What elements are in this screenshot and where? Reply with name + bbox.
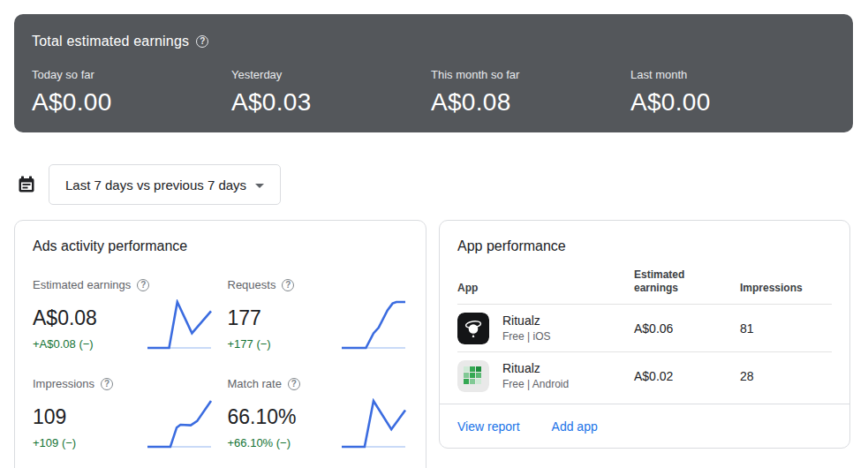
metric-delta: +A$0.08 (−) (33, 337, 97, 351)
table-row-ritualz-android[interactable]: Ritualz Free | Android A$0.02 28 (440, 352, 849, 399)
ritualz-ios-app-icon (457, 313, 489, 344)
metric-label: Match rate (228, 377, 282, 390)
earnings-label: Last month (630, 68, 830, 81)
sparkline-impressions (145, 398, 214, 449)
chevron-down-icon (255, 184, 264, 188)
app-performance-title: App performance (440, 221, 849, 254)
ads-activity-card: Ads activity performance Estimated earni… (14, 220, 426, 468)
earnings-col-today: Today so far A$0.00 (32, 68, 231, 117)
earnings-col-yesterday: Yesterday A$0.03 (231, 68, 431, 117)
earnings-label: Today so far (32, 68, 231, 81)
ritualz-android-app-icon (457, 360, 489, 392)
earnings-value: A$0.00 (630, 88, 830, 117)
column-header-estimated-earnings: Estimated earnings (634, 268, 696, 295)
app-platform: Free | Android (502, 378, 569, 390)
calendar-icon (16, 174, 37, 195)
earnings-value: A$0.00 (32, 88, 231, 117)
metric-value: A$0.08 (33, 306, 97, 330)
date-range-selector[interactable]: Last 7 days vs previous 7 days (49, 164, 281, 205)
total-earnings-card: Total estimated earnings Today so far A$… (14, 14, 853, 132)
app-earnings: A$0.06 (634, 321, 740, 336)
metric-value: 66.10% (228, 405, 297, 429)
app-impressions: 81 (740, 321, 832, 336)
metric-requests: Requests 177 +177 (−) (228, 278, 409, 351)
sparkline-estimated-earnings (145, 299, 214, 351)
metric-label: Requests (228, 278, 276, 291)
earnings-label: This month so far (431, 68, 630, 81)
app-performance-card: App performance App Estimated earnings I… (439, 220, 850, 449)
metric-value: 177 (228, 306, 271, 330)
column-header-impressions: Impressions (740, 282, 832, 295)
help-circle-icon[interactable] (282, 279, 294, 291)
view-report-button[interactable]: View report (457, 419, 520, 434)
earnings-value: A$0.03 (231, 88, 431, 117)
metric-delta: +109 (−) (33, 436, 76, 449)
metric-delta: +177 (−) (228, 337, 271, 351)
date-range-label: Last 7 days vs previous 7 days (65, 177, 246, 192)
earnings-value: A$0.08 (431, 88, 630, 117)
app-name: Ritualz (502, 313, 550, 328)
help-circle-icon[interactable] (101, 378, 113, 390)
ads-activity-title: Ads activity performance (33, 238, 408, 254)
sparkline-requests (339, 299, 408, 351)
date-filter-row: Last 7 days vs previous 7 days (16, 164, 281, 205)
metric-value: 109 (33, 405, 76, 429)
app-earnings: A$0.02 (634, 369, 740, 383)
metric-label: Estimated earnings (33, 278, 131, 291)
add-app-button[interactable]: Add app (552, 419, 598, 434)
help-circle-icon[interactable] (137, 279, 149, 291)
metric-estimated-earnings: Estimated earnings A$0.08 +A$0.08 (−) (33, 278, 214, 351)
earnings-col-this-month: This month so far A$0.08 (431, 68, 630, 117)
sparkline-match-rate (339, 398, 408, 449)
app-performance-table: App Estimated earnings Impressions Ritua… (440, 265, 849, 399)
app-card-footer: View report Add app (440, 404, 849, 448)
table-header: App Estimated earnings Impressions (440, 265, 849, 304)
app-platform: Free | iOS (502, 330, 550, 343)
metric-delta: +66.10% (−) (228, 436, 297, 449)
total-earnings-title: Total estimated earnings (32, 34, 189, 49)
table-row-ritualz-ios[interactable]: Ritualz Free | iOS A$0.06 81 (440, 305, 849, 351)
column-header-app: App (457, 282, 634, 295)
metric-label: Impressions (33, 377, 94, 390)
metric-match-rate: Match rate 66.10% +66.10% (−) (228, 377, 409, 449)
app-name: Ritualz (502, 361, 569, 375)
metric-impressions: Impressions 109 +109 (−) (33, 377, 214, 449)
earnings-label: Yesterday (231, 68, 431, 81)
help-circle-icon[interactable] (196, 35, 208, 48)
app-impressions: 28 (740, 369, 832, 383)
earnings-col-last-month: Last month A$0.00 (630, 68, 830, 117)
help-circle-icon[interactable] (288, 378, 300, 390)
